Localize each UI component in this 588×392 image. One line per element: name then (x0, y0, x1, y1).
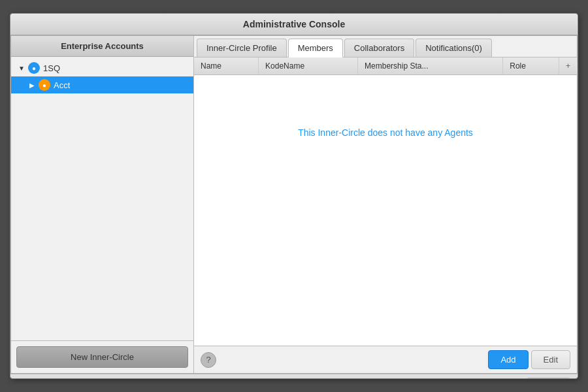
main-container: Enterprise Accounts ▼ ● 1SQ ▶ ● Acct New… (10, 35, 578, 374)
new-inner-circle-button[interactable]: New Inner-Circle (16, 346, 188, 368)
tree-icon-acct: ● (39, 79, 50, 91)
col-header-kodename: KodeName (259, 57, 358, 75)
tree-toggle-1sq[interactable]: ▼ (16, 63, 27, 73)
edit-button[interactable]: Edit (531, 350, 570, 369)
members-table: Name KodeName Membership Sta... Role + (194, 57, 577, 75)
sidebar: Enterprise Accounts ▼ ● 1SQ ▶ ● Acct New… (11, 36, 194, 373)
sidebar-tree: ▼ ● 1SQ ▶ ● Acct (11, 57, 193, 340)
table-header-row: Name KodeName Membership Sta... Role + (194, 57, 577, 75)
tab-members[interactable]: Members (288, 39, 343, 57)
app-title: Administrative Console (243, 19, 345, 29)
tree-icon-1sq: ● (28, 62, 40, 74)
sidebar-footer: New Inner-Circle (11, 340, 193, 373)
tree-toggle-acct[interactable]: ▶ (27, 80, 37, 90)
tree-label-1sq: 1SQ (43, 63, 60, 73)
tab-inner-circle-profile[interactable]: Inner-Circle Profile (197, 39, 287, 57)
content-area: Inner-Circle Profile Members Collaborato… (194, 36, 577, 373)
tree-item-acct[interactable]: ▶ ● Acct (11, 76, 193, 93)
title-bar: Administrative Console (10, 14, 578, 35)
tabs-bar: Inner-Circle Profile Members Collaborato… (194, 36, 577, 57)
footer-bar: ? ↻ Done (10, 374, 578, 379)
col-header-name: Name (194, 57, 259, 75)
table-container: Name KodeName Membership Sta... Role + T… (194, 57, 577, 346)
tree-item-1sq[interactable]: ▼ ● 1SQ (11, 59, 193, 76)
add-button[interactable]: Add (488, 350, 528, 369)
tree-label-acct: Acct (54, 80, 70, 90)
action-bar-left: ? (201, 352, 216, 368)
help-button[interactable]: ? (201, 352, 216, 368)
action-bar-right: Add Edit (488, 350, 570, 369)
empty-message: This Inner-Circle does not have any Agen… (194, 75, 577, 190)
sidebar-header: Enterprise Accounts (11, 36, 193, 57)
col-header-role: Role (503, 57, 559, 75)
tab-collaborators[interactable]: Collaborators (344, 39, 414, 57)
done-button[interactable]: Done (526, 378, 571, 379)
col-header-plus[interactable]: + (559, 57, 577, 75)
tab-notifications[interactable]: Notifications(0) (416, 39, 492, 57)
col-header-membership-status: Membership Sta... (358, 57, 503, 75)
action-bar: ? Add Edit (194, 346, 577, 373)
